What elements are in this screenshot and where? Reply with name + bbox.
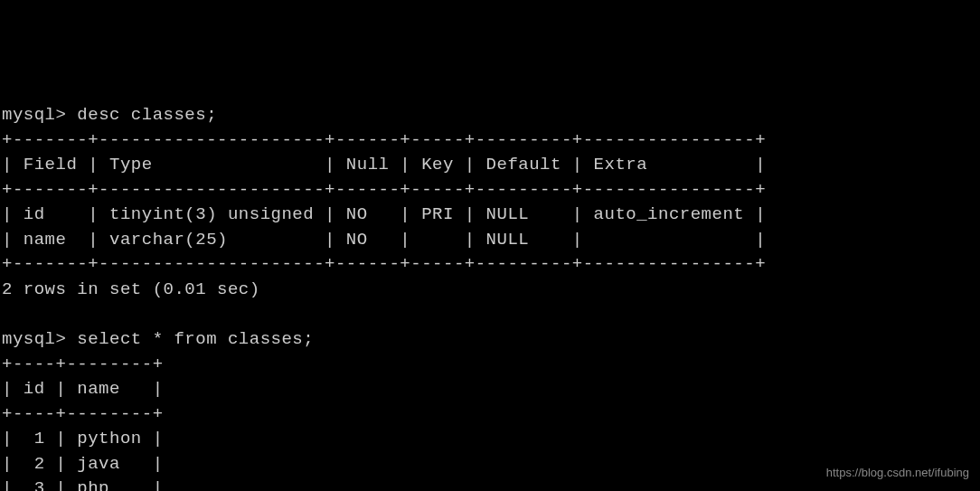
desc-table-row: | id | tinyint(3) unsigned | NO | PRI | … [2, 204, 766, 224]
watermark-text: https://blog.csdn.net/ifubing [826, 465, 969, 482]
desc-table-row: | name | varchar(25) | NO | | NULL | | [2, 230, 766, 250]
select-table-row: | 3 | php | [2, 478, 164, 491]
select-table-row: | 1 | python | [2, 429, 164, 449]
select-table-border-mid: +----+--------+ [2, 404, 164, 424]
desc-command: desc classes; [77, 105, 217, 125]
desc-status: 2 rows in set (0.01 sec) [2, 279, 260, 299]
desc-table-border-bot: +-------+---------------------+------+--… [2, 254, 766, 274]
mysql-prompt: mysql> [2, 105, 66, 125]
mysql-prompt: mysql> [2, 329, 66, 349]
desc-table-header: | Field | Type | Null | Key | Default | … [2, 155, 766, 175]
select-table-row: | 2 | java | [2, 454, 164, 474]
desc-table-border-mid: +-------+---------------------+------+--… [2, 180, 766, 200]
desc-table-border-top: +-------+---------------------+------+--… [2, 130, 766, 150]
select-table-header: | id | name | [2, 379, 164, 399]
select-command: select * from classes; [77, 329, 314, 349]
select-table-border-top: +----+--------+ [2, 354, 164, 374]
terminal-output: mysql> desc classes; +-------+----------… [2, 103, 978, 491]
